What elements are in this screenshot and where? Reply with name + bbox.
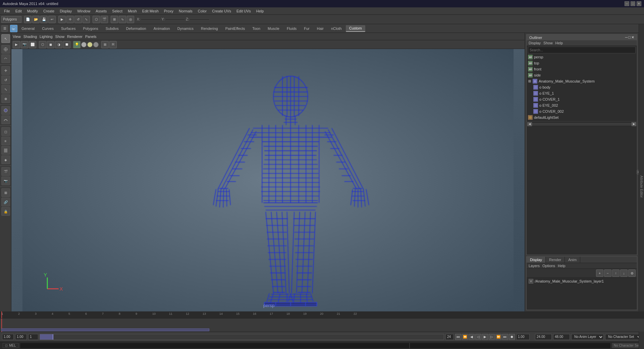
go-end-btn[interactable]: ⏭ — [502, 334, 508, 340]
tab-dynamics[interactable]: Dynamics — [174, 26, 197, 32]
frame-marker-input[interactable] — [28, 334, 38, 340]
snap-grid[interactable]: ⊞ — [111, 16, 118, 23]
vp-wireframe-btn[interactable]: ⬡ — [39, 41, 46, 48]
render-view-btn[interactable]: 🎬 — [1, 167, 10, 176]
viewport-renderer-menu[interactable]: Renderer — [67, 35, 83, 39]
save-btn[interactable]: 💾 — [40, 16, 48, 23]
outliner-item-eye002[interactable]: o EYE_002 — [532, 102, 637, 108]
tab-deformation[interactable]: Deformation — [123, 26, 150, 32]
3d-viewport[interactable]: X Y persp — [11, 49, 525, 311]
grid-btn[interactable]: ⊞ — [1, 188, 10, 197]
playback-speed-input[interactable] — [516, 334, 530, 340]
move-btn[interactable]: ✛ — [66, 16, 74, 23]
vp-perspective-btn[interactable]: ⬜ — [29, 41, 36, 48]
prev-key-btn[interactable]: ⏪ — [462, 334, 468, 340]
outliner-help-menu[interactable]: Help — [555, 41, 563, 45]
tab-polygons[interactable]: Polygons — [79, 26, 101, 32]
vp-grid-btn[interactable]: ⊞ — [101, 41, 109, 48]
show-hide-btn[interactable]: ◻ — [1, 127, 10, 136]
shelf-icon[interactable]: ☰ — [1, 25, 8, 32]
layer-menu-layers[interactable]: Layers — [529, 264, 540, 268]
maximize-button[interactable]: □ — [631, 1, 635, 6]
tab-ncloth[interactable]: nCloth — [328, 26, 345, 32]
vp-light3[interactable] — [93, 42, 99, 47]
menu-color[interactable]: Color — [195, 8, 209, 14]
menu-file[interactable]: File — [1, 8, 13, 14]
attr-btn[interactable] — [1, 146, 10, 155]
vp-hud-btn[interactable]: H — [109, 41, 117, 48]
menu-assets[interactable]: Assets — [93, 8, 109, 14]
layer-tab-render[interactable]: Render — [546, 257, 565, 263]
vp-select-btn[interactable]: ▶ — [13, 41, 20, 48]
tab-fluids[interactable]: Fluids — [283, 26, 300, 32]
tab-curves[interactable]: Curves — [39, 26, 57, 32]
frame-end-input[interactable] — [535, 334, 552, 340]
outliner-maximize[interactable]: □ — [628, 35, 631, 40]
outliner-item-cover1[interactable]: o COVER_1 — [532, 96, 637, 102]
viewport-lighting-menu[interactable]: Lighting — [40, 35, 53, 39]
layer-delete-btn[interactable]: − — [604, 269, 611, 277]
timeline-range[interactable] — [1, 329, 209, 331]
outliner-item-body[interactable]: o body — [532, 84, 637, 90]
vp-camera-btn[interactable]: 📷 — [21, 41, 28, 48]
vp-lighting-btn[interactable]: 💡 — [73, 41, 80, 48]
step-back-btn[interactable]: ◀ — [469, 334, 475, 340]
frame-start-input[interactable] — [2, 334, 14, 340]
lasso-tool-btn[interactable] — [1, 54, 10, 63]
menu-normals[interactable]: Normals — [176, 8, 195, 14]
open-btn[interactable]: 📂 — [32, 16, 40, 23]
layer-visibility[interactable]: V — [529, 279, 533, 284]
outliner-search-input[interactable] — [528, 47, 636, 53]
node-btn[interactable]: ◈ — [1, 155, 10, 164]
snap-curve[interactable]: ∿ — [119, 16, 126, 23]
timeline-scrubber[interactable] — [0, 318, 644, 332]
scale-tool-btn[interactable]: ⤡ — [1, 85, 10, 94]
next-key-btn[interactable]: ⏩ — [495, 334, 501, 340]
char-set-dropdown[interactable]: No Character Set — [605, 334, 642, 340]
outliner-item-side[interactable]: side — [527, 72, 637, 78]
tab-general[interactable]: General — [18, 26, 38, 32]
outliner-scrollbar[interactable] — [532, 123, 632, 126]
outliner-item-eye1[interactable]: o EYE_1 — [532, 90, 637, 96]
select-btn[interactable]: ▶ — [58, 16, 66, 23]
layer-new-btn[interactable]: + — [596, 269, 603, 277]
menu-display[interactable]: Display — [57, 8, 74, 14]
vp-smooth-btn[interactable]: ◑ — [55, 41, 62, 48]
layer-up-btn[interactable]: ↑ — [612, 269, 620, 277]
z-input[interactable] — [190, 19, 210, 20]
tab-toon[interactable]: Toon — [249, 26, 264, 32]
layer-menu-options[interactable]: Options — [542, 264, 555, 268]
sculpt-btn[interactable] — [1, 115, 10, 124]
rotate-btn[interactable]: ↺ — [74, 16, 82, 23]
frame-range-bar[interactable] — [40, 334, 444, 340]
poly-btn[interactable]: ⬡ — [93, 16, 100, 23]
viewport-view-menu[interactable]: View — [13, 35, 21, 39]
go-start-btn[interactable]: ⏮ — [455, 334, 461, 340]
outliner-close[interactable]: ✕ — [631, 35, 634, 40]
tab-hair[interactable]: Hair — [314, 26, 327, 32]
viewport-panels-menu[interactable]: Panels — [85, 35, 97, 39]
render-btn[interactable]: 🎬 — [101, 16, 108, 23]
play-fwd-btn[interactable]: ▶ — [482, 334, 488, 340]
mode-dropdown[interactable]: Polygons — [1, 16, 21, 23]
menu-mesh[interactable]: Mesh — [125, 8, 140, 14]
layer-menu-help[interactable]: Help — [558, 264, 566, 268]
menu-create[interactable]: Create — [41, 8, 57, 14]
outliner-item-anatomy-group[interactable]: Anatomy_Male_Muscular_System — [527, 78, 637, 84]
tab-subdivs[interactable]: Subdivs — [102, 26, 122, 32]
tab-animation[interactable]: Animation — [150, 26, 173, 32]
frame-end-range-input[interactable] — [445, 334, 454, 340]
paint-tool-btn[interactable] — [1, 45, 10, 54]
tab-rendering[interactable]: Rendering — [198, 26, 221, 32]
outliner-display-menu[interactable]: Display — [529, 41, 541, 45]
outliner-show-menu[interactable]: Show — [543, 41, 553, 45]
scale-btn[interactable]: ⤡ — [83, 16, 90, 23]
menu-select[interactable]: Select — [109, 8, 125, 14]
move-tool-btn[interactable]: ✛ — [1, 66, 10, 75]
layer-options-btn[interactable]: ⚙ — [628, 269, 636, 277]
layer-item[interactable]: V /Anatomy_Male_Muscular_System_layer1 — [527, 278, 637, 285]
soft-select-btn[interactable] — [1, 106, 10, 115]
minimize-button[interactable]: ─ — [625, 1, 629, 6]
layer-btn[interactable]: ≡ — [1, 137, 10, 145]
snap-point[interactable]: ◎ — [127, 16, 134, 23]
